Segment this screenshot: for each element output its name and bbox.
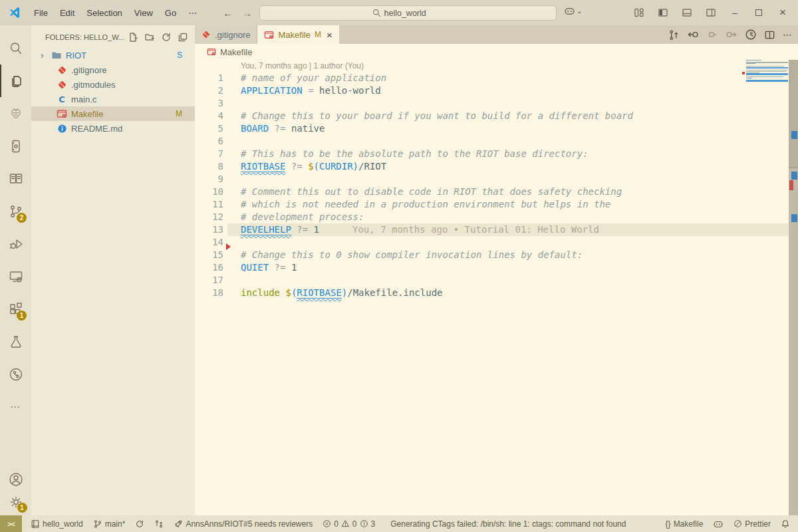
git-compare-icon[interactable]: [668, 29, 680, 41]
status-workspace[interactable]: hello_world: [31, 519, 83, 529]
editor-actions: ⋯: [668, 25, 793, 44]
new-file-icon[interactable]: [128, 32, 138, 43]
status-git-compare[interactable]: [154, 519, 164, 529]
tab-gitignore[interactable]: .gitignore: [195, 25, 257, 44]
status-bar: >< hello_world main* AnnsAnns/RIOT#5 nee…: [0, 515, 798, 532]
minimap[interactable]: [746, 60, 788, 82]
tree-item-readme[interactable]: README.md: [31, 121, 195, 136]
minimap-lines: [746, 60, 788, 82]
ruler-info-marker: [791, 131, 797, 139]
customize-layout-icon[interactable]: [630, 4, 648, 21]
menu-view[interactable]: View: [128, 5, 159, 21]
collapse-all-icon[interactable]: [178, 32, 188, 43]
code-line: 5BOARD ?= native: [195, 122, 798, 135]
activity-raspberry-pi[interactable]: [0, 97, 31, 130]
activity-serial-monitor[interactable]: [0, 130, 31, 162]
copilot-icon: [564, 5, 575, 17]
tab-close-icon[interactable]: ×: [327, 29, 332, 41]
tab-bar: .gitignore Makefile M × ⋯: [195, 25, 798, 44]
activity-search[interactable]: [0, 32, 31, 65]
menu-go[interactable]: Go: [159, 5, 182, 21]
status-pr[interactable]: AnnsAnns/RIOT#5 needs reviewers: [174, 519, 313, 529]
change-icon[interactable]: [706, 29, 718, 41]
nav-forward-icon[interactable]: →: [242, 7, 252, 19]
status-formatter[interactable]: Prettier: [733, 519, 771, 529]
repo-icon: [31, 519, 40, 529]
search-icon: [372, 9, 381, 17]
activity-run-debug[interactable]: [0, 227, 31, 260]
activity-gitlens[interactable]: [0, 358, 31, 390]
code-line: 8RIOTBASE ?= $(CURDIR)/RIOT: [195, 160, 798, 173]
activity-testing[interactable]: [0, 325, 31, 358]
status-language[interactable]: {} Makefile: [666, 519, 704, 529]
menu-edit[interactable]: Edit: [54, 5, 80, 21]
toggle-panel-icon[interactable]: [678, 4, 696, 21]
command-center-search[interactable]: [259, 5, 557, 21]
line-number: 10: [195, 186, 223, 198]
status-branch[interactable]: main*: [93, 519, 126, 529]
code-line: 4# Change this to your board if you want…: [195, 110, 798, 122]
settings-button[interactable]: 1: [8, 494, 24, 510]
tree-item-label: Makefile: [71, 109, 176, 119]
account-button[interactable]: [8, 471, 24, 487]
nav-back-icon[interactable]: ←: [223, 7, 233, 19]
tree-item-makefile[interactable]: Makefile M: [31, 106, 195, 121]
file-tree: › RIOT S .gitignore .gitmodules: [31, 48, 195, 136]
tree-item-mainc[interactable]: C main.c: [31, 92, 195, 106]
tree-item-gitignore[interactable]: .gitignore: [31, 63, 195, 77]
refresh-icon[interactable]: [161, 32, 172, 43]
activity-docs-reader[interactable]: [0, 162, 31, 195]
window-minimize-button[interactable]: –: [726, 4, 743, 21]
tree-item-label: main.c: [71, 94, 195, 104]
code-editor[interactable]: You, 7 months ago | 1 author (You) 1# na…: [195, 60, 798, 515]
breadcrumb-item[interactable]: Makefile: [220, 47, 252, 57]
toggle-secondary-sidebar-icon[interactable]: [702, 4, 720, 21]
git-compare-icon: [154, 519, 164, 529]
scrollbar-thumb[interactable]: [789, 60, 798, 168]
menu-more[interactable]: ⋯: [182, 5, 204, 21]
code-line: 6: [195, 135, 798, 148]
search-input[interactable]: [384, 9, 444, 18]
c-language-icon: C: [55, 94, 68, 104]
activity-source-control[interactable]: 2: [0, 195, 31, 227]
clipboard-icon: [8, 138, 24, 154]
menu-file[interactable]: File: [28, 5, 54, 21]
new-folder-icon[interactable]: [144, 32, 155, 43]
window-maximize-button[interactable]: [750, 4, 767, 21]
settings-badge: 1: [17, 503, 27, 513]
search-icon: [8, 41, 24, 57]
timeline-clock-icon[interactable]: [745, 29, 757, 41]
scrollbar-overview-ruler[interactable]: [789, 60, 798, 515]
activity-extensions[interactable]: 1: [0, 293, 31, 325]
error-icon: [323, 519, 331, 528]
tree-item-riot[interactable]: › RIOT S: [31, 48, 195, 63]
tree-item-gitmodules[interactable]: .gitmodules: [31, 77, 195, 92]
activity-explorer[interactable]: [0, 65, 31, 97]
activity-remote-explorer[interactable]: [0, 260, 31, 293]
toggle-sidebar-icon[interactable]: [654, 4, 672, 21]
status-sync[interactable]: [135, 519, 144, 529]
notifications-bell[interactable]: [781, 519, 790, 529]
code-line: 2APPLICATION = hello-world: [195, 84, 798, 97]
tab-makefile[interactable]: Makefile M ×: [257, 25, 338, 44]
copilot-menu[interactable]: ⌄: [564, 5, 582, 17]
code-line: 11# which is not needed in a production …: [195, 198, 798, 211]
modified-badge: M: [176, 109, 195, 118]
line-number: 14: [195, 236, 223, 249]
remote-indicator[interactable]: ><: [0, 515, 22, 532]
menu-selection[interactable]: Selection: [80, 5, 128, 21]
copilot-icon: [713, 519, 724, 529]
previous-change-icon[interactable]: [687, 29, 699, 41]
status-problems[interactable]: 0 0 3: [323, 519, 375, 529]
more-actions-icon[interactable]: ⋯: [783, 29, 793, 40]
breadcrumb[interactable]: Makefile: [195, 44, 798, 60]
next-change-icon[interactable]: [726, 29, 737, 41]
activity-more[interactable]: ⋯: [0, 390, 31, 423]
status-copilot[interactable]: [713, 519, 724, 529]
split-editor-icon[interactable]: [764, 29, 775, 41]
line-number: 2: [195, 84, 223, 97]
more-icon: ⋯: [10, 401, 21, 413]
window-close-button[interactable]: ×: [774, 4, 791, 21]
tab-label: Makefile: [278, 30, 310, 40]
raspberry-pi-icon: [8, 106, 24, 122]
